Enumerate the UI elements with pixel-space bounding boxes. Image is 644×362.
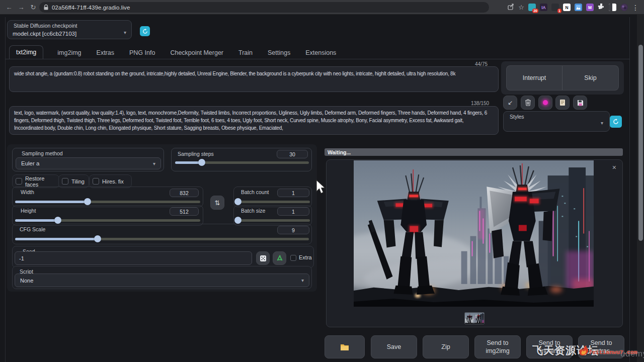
batch-size-input[interactable]: 1	[277, 207, 309, 216]
arrow-sw-icon: ↙	[508, 99, 513, 106]
domain-watermark: feitianwu7.com	[589, 349, 637, 355]
batch-size-slider[interactable]	[236, 219, 310, 222]
scrollbar-track[interactable]	[637, 15, 644, 362]
generated-image[interactable]	[354, 160, 594, 307]
slider-handle[interactable]	[84, 198, 91, 205]
profile-avatar[interactable]	[620, 4, 628, 11]
seed-value: -1	[19, 255, 24, 261]
interrupt-button[interactable]: Interrupt	[506, 65, 562, 90]
recycle-icon	[276, 255, 283, 261]
slider-handle[interactable]	[198, 159, 205, 166]
gallery-thumbnail[interactable]	[464, 312, 485, 324]
styles-label: Styles	[510, 114, 609, 120]
reload-icon[interactable]: ↻	[28, 3, 38, 13]
random-seed-button[interactable]	[256, 251, 270, 265]
extension-notion[interactable]: N	[563, 4, 571, 11]
save-label: Save	[387, 343, 401, 351]
extension-pin[interactable]: 20	[528, 4, 536, 11]
tab-extensions[interactable]: Extensions	[304, 46, 337, 59]
close-icon[interactable]: ×	[612, 163, 616, 171]
gallery-panel: ×	[326, 159, 623, 327]
chevron-down-icon: ▾	[301, 278, 304, 283]
slider-handle[interactable]	[234, 198, 242, 205]
extension-ia[interactable]: IA	[540, 4, 547, 11]
clear-prompt-button[interactable]	[521, 96, 535, 110]
seed-input[interactable]: -1	[15, 251, 252, 265]
swap-dimensions-button[interactable]: ⇅	[210, 196, 224, 210]
width-value: 832	[180, 190, 189, 196]
menu-icon[interactable]: ⋮	[632, 4, 639, 12]
hires-fix-checkbox[interactable]	[93, 178, 99, 185]
sampling-method-select[interactable]: Euler a ▾	[16, 157, 161, 169]
slider-handle[interactable]	[234, 217, 242, 224]
slider-handle[interactable]	[94, 235, 101, 242]
batch-count-input[interactable]: 1	[277, 189, 309, 197]
tab-img2img[interactable]: img2img	[56, 46, 82, 59]
extensions-puzzle-icon[interactable]	[598, 3, 605, 12]
cfg-scale-input[interactable]: 9	[277, 226, 309, 234]
forward-icon[interactable]: →	[16, 3, 26, 13]
skip-button[interactable]: Skip	[562, 65, 619, 90]
interrupt-label: Interrupt	[523, 74, 546, 82]
reading-list-icon[interactable]	[609, 4, 616, 11]
sampling-steps-value: 30	[289, 151, 295, 157]
checkpoint-label: Stable Diffusion checkpoint	[14, 23, 131, 29]
screen: ← → ↻ 02a56ff4-71ff-439e.gradio.live ☆ 2…	[0, 0, 644, 362]
extension-monica[interactable]: M	[586, 4, 594, 11]
height-slider[interactable]	[15, 219, 200, 222]
sampling-steps-input[interactable]: 30	[277, 150, 308, 158]
cfg-scale-slider[interactable]	[15, 238, 309, 240]
reuse-seed-button[interactable]	[273, 251, 286, 265]
progress-bar: Waiting...	[325, 148, 623, 156]
sampling-steps-slider[interactable]	[175, 161, 309, 164]
tab-txt2img[interactable]: txt2img	[9, 45, 43, 59]
extra-networks-button[interactable]	[538, 96, 552, 110]
tab-settings[interactable]: Settings	[267, 46, 291, 59]
extension-photos[interactable]	[575, 4, 582, 11]
extra-seed-checkbox[interactable]	[290, 255, 296, 261]
restore-faces-checkbox[interactable]	[16, 178, 22, 185]
address-bar[interactable]: 02a56ff4-71ff-439e.gradio.live	[39, 2, 489, 13]
tab-png-info[interactable]: PNG Info	[128, 46, 156, 59]
checkpoint-dropdown[interactable]: Stable Diffusion checkpoint model.ckpt […	[7, 20, 132, 39]
restore-faces-option[interactable]: Restore faces	[12, 174, 59, 188]
width-block: Width 832	[12, 187, 203, 207]
back-icon[interactable]: ←	[4, 3, 14, 13]
open-folder-button[interactable]	[325, 335, 365, 358]
zip-button[interactable]: Zip	[423, 335, 469, 358]
restore-faces-label: Restore faces	[25, 175, 59, 188]
share-icon[interactable]	[507, 3, 514, 12]
tiling-checkbox[interactable]	[62, 178, 68, 185]
negative-prompt-textarea[interactable]: text, logo, watermark, (worst quality, l…	[9, 106, 499, 135]
styles-dropdown[interactable]: Styles ▾	[503, 111, 610, 132]
scrollbar-thumb[interactable]	[638, 45, 643, 241]
extension-badge: 1	[557, 9, 561, 13]
save-button[interactable]: Save	[371, 335, 417, 358]
styles-refresh-button[interactable]	[610, 116, 622, 128]
script-select[interactable]: None ▾	[15, 274, 309, 287]
extension-row: ☆ 20 IA 1 N M ⋮	[507, 2, 639, 13]
width-slider[interactable]	[15, 201, 200, 203]
hires-fix-option[interactable]: Hires. fix	[89, 174, 132, 188]
prompt-textarea[interactable]: wide shot angle, a (gundam:0.8) robot st…	[9, 66, 499, 92]
refresh-icon	[142, 29, 148, 34]
width-input[interactable]: 832	[170, 189, 199, 197]
tiling-option[interactable]: Tiling	[58, 174, 89, 188]
send-to-img2img-button[interactable]: Send to img2img	[474, 335, 521, 358]
slider-handle[interactable]	[54, 217, 61, 224]
apply-style-button[interactable]	[555, 96, 570, 110]
paste-params-button[interactable]: ↙	[503, 96, 517, 110]
height-input[interactable]: 512	[170, 207, 199, 216]
extension-capture[interactable]: 1	[551, 4, 559, 11]
batch-count-slider[interactable]	[236, 201, 310, 203]
generate-panel: Interrupt Skip	[501, 61, 624, 95]
cfg-scale-label: CFG Scale	[20, 226, 311, 232]
sampling-method-value: Euler a	[21, 160, 39, 166]
folder-icon	[340, 343, 349, 351]
checkpoint-refresh-button[interactable]	[140, 26, 150, 36]
tab-checkpoint-merger[interactable]: Checkpoint Merger	[169, 46, 224, 59]
bookmark-star-icon[interactable]: ☆	[518, 4, 524, 11]
save-style-button[interactable]	[573, 96, 587, 110]
tab-extras[interactable]: Extras	[96, 46, 115, 59]
tab-train[interactable]: Train	[237, 46, 254, 59]
